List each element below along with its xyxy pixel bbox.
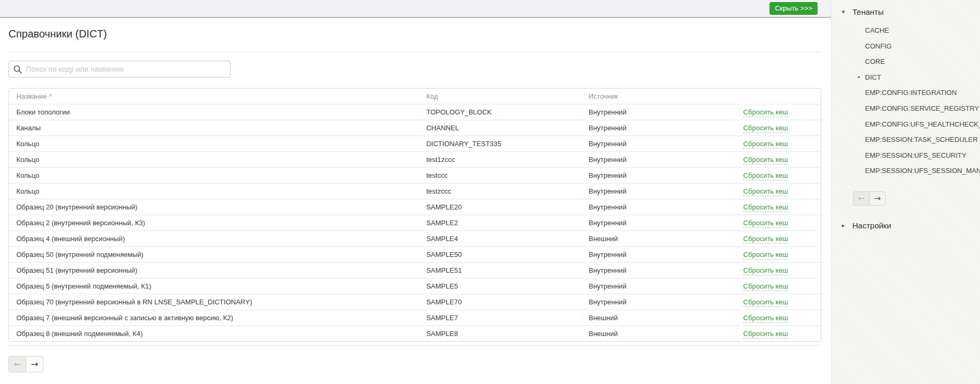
tenants-label: Тенанты	[852, 7, 883, 16]
sort-asc-icon: ^	[49, 93, 52, 100]
table-row[interactable]: Кольцо testzccc Внутренний Сбросить кеш	[9, 184, 821, 199]
sidebar-pagination: ← →	[853, 191, 886, 206]
title-divider	[8, 52, 821, 52]
content-area: Справочники (DICT) Название^ Код Источни…	[0, 27, 831, 372]
sidebar-item-dict[interactable]: • DICT	[831, 70, 980, 85]
table-row[interactable]: Образец 4 (внешний версионный) SAMPLE4 В…	[9, 231, 821, 247]
reset-cache-link[interactable]: Сбросить кеш	[743, 266, 788, 275]
column-header-source[interactable]: Источник	[581, 89, 707, 104]
table-header-row: Название^ Код Источник	[9, 89, 821, 104]
reset-cache-link[interactable]: Сбросить кеш	[743, 219, 788, 228]
sidebar-item-config[interactable]: • CONFIG	[831, 39, 980, 54]
chevron-down-icon: ▾	[842, 8, 852, 15]
app-root: Скрыть >>> Справочники (DICT) Название^ …	[0, 0, 980, 384]
table-row[interactable]: Блоки топологии TOPOLOGY_BLOCK Внутренни…	[9, 104, 821, 120]
sidebar-item-emp-config-ufs-healthcheck-[interactable]: • EMP:CONFIG:UFS_HEALTHCHECK_	[831, 117, 980, 132]
sidebar-next-page-button[interactable]: →	[869, 191, 886, 206]
column-header-code[interactable]: Код	[419, 89, 581, 104]
table-pagination: ← →	[8, 356, 43, 372]
sidebar-item-emp-session-ufs-session-man[interactable]: • EMP:SESSION:UFS_SESSION_MAN	[831, 163, 980, 179]
reset-cache-link[interactable]: Сбросить кеш	[743, 203, 788, 212]
selected-bullet-icon: •	[858, 70, 860, 85]
table-row[interactable]: Кольцо test1zccc Внутренний Сбросить кеш	[9, 152, 821, 168]
search-icon	[13, 65, 22, 74]
table-row[interactable]: Образец 51 (внутренний версионный) SAMPL…	[9, 263, 821, 279]
dict-table: Название^ Код Источник Блоки топологии T…	[8, 88, 821, 342]
table-row[interactable]: Образец 50 (внутренний подменяемый) SAMP…	[9, 247, 821, 263]
table-row[interactable]: Образец 2 (внутренний версионный, К3) SA…	[9, 215, 821, 231]
table-row[interactable]: Образец 5 (внутренний подменяемый, К1) S…	[9, 279, 821, 294]
bottom-divider	[8, 345, 821, 345]
reset-cache-link[interactable]: Сбросить кеш	[743, 171, 788, 180]
topbar: Скрыть >>>	[0, 0, 831, 18]
hide-sidebar-button[interactable]: Скрыть >>>	[770, 2, 818, 15]
tree-node-settings[interactable]: ▸ Настройки	[831, 220, 980, 232]
reset-cache-link[interactable]: Сбросить кеш	[743, 235, 788, 244]
reset-cache-link[interactable]: Сбросить кеш	[743, 314, 788, 323]
tree-node-tenants[interactable]: ▾ Тенанты	[831, 6, 980, 17]
table-row[interactable]: Кольцо DICTIONARY_TEST335 Внутренний Сбр…	[9, 136, 821, 152]
table-row[interactable]: Кольцо testccc Внутренний Сбросить кеш	[9, 168, 821, 184]
sidebar-item-core[interactable]: • CORE	[831, 54, 980, 70]
sidebar-prev-page-button[interactable]: ←	[853, 191, 869, 206]
next-page-button[interactable]: →	[26, 356, 43, 372]
sidebar-item-emp-config-service-registry[interactable]: • EMP:CONFIG:SERVICE_REGISTRY	[831, 101, 980, 117]
sidebar-item-emp-session-task-scheduler[interactable]: • EMP:SESSION:TASK_SCHEDULER	[831, 132, 980, 148]
table-row[interactable]: Образец 70 (внутренний версионный в RN L…	[9, 294, 821, 310]
chevron-right-icon: ▸	[842, 222, 852, 229]
main-panel: Скрыть >>> Справочники (DICT) Название^ …	[0, 0, 831, 384]
prev-page-button[interactable]: ←	[8, 356, 26, 372]
reset-cache-link[interactable]: Сбросить кеш	[743, 330, 788, 339]
table-row[interactable]: Образец 20 (внутренний версионный) SAMPL…	[9, 199, 821, 215]
search-input[interactable]	[26, 65, 226, 73]
sidebar: ▾ Тенанты • CACHE • CONFIG • CORE • DICT…	[831, 0, 980, 384]
sidebar-item-emp-session-ufs-security[interactable]: • EMP:SESSION:UFS_SECURITY	[831, 148, 980, 164]
reset-cache-link[interactable]: Сбросить кеш	[743, 187, 788, 196]
search-box[interactable]	[8, 61, 230, 78]
column-header-name[interactable]: Название^	[9, 89, 419, 104]
reset-cache-link[interactable]: Сбросить кеш	[743, 108, 788, 117]
sidebar-item-cache[interactable]: • CACHE	[831, 23, 980, 39]
table-row[interactable]: Образец 8 (внешний подменяемый, К4) SAMP…	[9, 326, 821, 342]
reset-cache-link[interactable]: Сбросить кеш	[743, 298, 788, 307]
reset-cache-link[interactable]: Сбросить кеш	[743, 251, 788, 260]
table-row[interactable]: Каналы CHANNEL Внутренний Сбросить кеш	[9, 120, 821, 136]
settings-label: Настройки	[852, 221, 891, 230]
reset-cache-link[interactable]: Сбросить кеш	[743, 156, 788, 165]
page-title: Справочники (DICT)	[8, 27, 821, 41]
reset-cache-link[interactable]: Сбросить кеш	[743, 140, 788, 149]
sidebar-item-emp-config-integration[interactable]: • EMP:CONFIG:INTEGRATION	[831, 85, 980, 101]
dict-table-body: Блоки топологии TOPOLOGY_BLOCK Внутренни…	[9, 104, 821, 342]
reset-cache-link[interactable]: Сбросить кеш	[743, 282, 788, 291]
tenant-list: • CACHE • CONFIG • CORE • DICT • EMP:CON…	[831, 23, 980, 179]
reset-cache-link[interactable]: Сбросить кеш	[743, 124, 788, 133]
column-header-name-label: Название	[16, 92, 47, 100]
column-header-actions	[707, 89, 821, 104]
table-row[interactable]: Образец 7 (внешний версионный с записью …	[9, 310, 821, 326]
